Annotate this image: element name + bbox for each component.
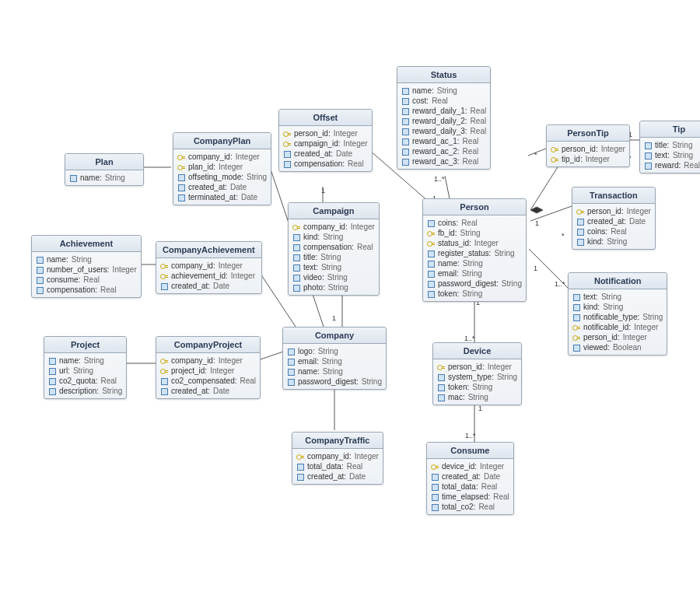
field-icon — [644, 152, 652, 159]
attribute-type: Date — [336, 149, 352, 158]
entity-companyplan-title: CompanyPlan — [173, 133, 271, 149]
key-icon — [292, 223, 300, 231]
attribute-name: company_id: — [171, 261, 215, 270]
attribute-name: mac: — [448, 393, 465, 401]
attribute-row: company_id:Integer — [160, 261, 257, 271]
entity-achievement[interactable]: Achievement name:Stringnumber_of_users:I… — [31, 235, 142, 298]
entity-companytraffic[interactable]: CompanyTraffic company_id:Integertotal_d… — [292, 432, 383, 485]
attribute-type: Real — [471, 117, 487, 125]
entity-person-title: Person — [423, 199, 526, 215]
attribute-name: project_id: — [171, 366, 207, 375]
attribute-row: person_id:Integer — [437, 362, 517, 372]
entity-notification[interactable]: Notification text:Stringkind:Stringnotif… — [568, 272, 667, 356]
attribute-type: String — [102, 387, 122, 395]
entity-offset[interactable]: Offset person_id:Integercampaign_id:Inte… — [278, 109, 373, 172]
attribute-name: created_at: — [587, 217, 626, 226]
attribute-name: plan_id: — [188, 163, 215, 171]
attribute-type: String — [73, 366, 93, 375]
entity-notification-body: text:Stringkind:Stringnotificable_type:S… — [569, 289, 667, 355]
entity-campaign-body: company_id:Integerkind:Stringcompensatio… — [289, 219, 379, 295]
attribute-type: Real — [481, 482, 498, 491]
attribute-row: time_elapsed:Real — [431, 492, 509, 502]
card-device-consume-star: 1..* — [465, 432, 476, 440]
entity-companyplan[interactable]: CompanyPlan company_id:Integerplan_id:In… — [173, 132, 271, 205]
field-icon — [427, 250, 435, 257]
entity-campaign[interactable]: Campaign company_id:Integerkind:Stringco… — [288, 202, 380, 296]
attribute-row: reward_ac_3:Real — [401, 156, 486, 166]
entity-project-title: Project — [44, 337, 126, 353]
attribute-row: text:String — [644, 150, 700, 160]
entity-tip[interactable]: Tip title:Stringtext:Stringreward:Real — [639, 121, 700, 173]
attribute-row: co2_compensated:Real — [160, 376, 256, 386]
card-person-transaction-star: * — [562, 232, 565, 240]
entity-device[interactable]: Device person_id:Integersystem_type:Stri… — [432, 342, 522, 405]
attribute-row: compensation:Real — [36, 285, 137, 295]
attribute-type: String — [463, 259, 483, 268]
key-icon — [160, 262, 168, 270]
attribute-row: viewed:Boolean — [572, 342, 663, 352]
attribute-type: Integer — [219, 356, 243, 365]
attribute-type: Integer — [355, 452, 379, 461]
attribute-type: String — [320, 253, 341, 261]
field-icon — [287, 368, 295, 376]
entity-project[interactable]: Project name:Stringurl:Stringco2_quota:R… — [44, 336, 127, 399]
entity-tip-body: title:Stringtext:Stringreward:Real — [640, 138, 700, 173]
attribute-name: register_status: — [438, 249, 491, 257]
attribute-type: Integer — [586, 155, 610, 163]
entity-status[interactable]: Status name:Stringcost:Realreward_daily_… — [397, 66, 491, 170]
attribute-type: Real — [357, 243, 373, 251]
field-icon — [576, 218, 584, 226]
entity-persontip[interactable]: PersonTip person_id:Integertip_id:Intege… — [546, 124, 630, 167]
entity-companyproject-title: CompanyProject — [156, 337, 260, 353]
attribute-row: project_id:Integer — [160, 366, 256, 376]
entity-consume[interactable]: Consume device_id:Integercreated_at:Date… — [426, 442, 514, 515]
attribute-name: person_id: — [294, 129, 331, 138]
attribute-row: coins:Real — [576, 226, 651, 236]
attribute-name: company_id: — [188, 152, 233, 161]
entity-companyproject[interactable]: CompanyProject company_id:Integerproject… — [156, 336, 261, 399]
attribute-name: consume: — [47, 275, 80, 284]
field-icon — [427, 290, 435, 298]
entity-persontip-body: person_id:Integertip_id:Integer — [547, 142, 629, 166]
svg-line-17 — [530, 163, 560, 210]
field-icon — [177, 173, 185, 181]
card-persontip-person-star: * — [534, 151, 537, 159]
field-icon — [431, 483, 439, 491]
attribute-type: Real — [471, 107, 487, 115]
attribute-row: consume:Real — [36, 275, 137, 285]
field-icon — [572, 314, 580, 321]
attribute-row: reward:Real — [644, 160, 700, 170]
attribute-name: co2_compensated: — [171, 377, 237, 385]
attribute-name: email: — [298, 357, 319, 366]
attribute-type: Integer — [623, 333, 647, 342]
entity-tip-title: Tip — [640, 121, 700, 138]
attribute-row: compensation:Real — [292, 242, 375, 252]
attribute-type: Date — [349, 472, 366, 481]
attribute-row: created_at:Date — [283, 149, 368, 159]
entity-person[interactable]: Person coins:Realfb_id:Stringstatus_id:I… — [422, 198, 527, 302]
field-icon — [401, 158, 409, 166]
attribute-type: Integer — [601, 145, 625, 153]
attribute-name: co2_quota: — [59, 377, 98, 385]
attribute-type: Date — [230, 183, 247, 191]
entity-plan[interactable]: Plan name:String — [65, 153, 144, 186]
key-icon — [160, 367, 168, 375]
attribute-name: title: — [303, 253, 317, 261]
entity-companyachievement[interactable]: CompanyAchievement company_id:Integerach… — [156, 241, 262, 294]
attribute-row: name:String — [36, 254, 137, 264]
attribute-type: String — [603, 303, 623, 311]
attribute-type: Integer — [219, 261, 243, 270]
field-icon — [48, 387, 56, 395]
attribute-name: person_id: — [448, 363, 485, 371]
card-offset-campaign-top: 1 — [321, 187, 325, 194]
entity-plan-title: Plan — [65, 154, 143, 170]
attribute-name: token: — [448, 383, 469, 391]
entity-company-body: logo:Stringemail:Stringname:Stringpasswo… — [283, 344, 386, 389]
entity-achievement-body: name:Stringnumber_of_users:Integerconsum… — [32, 252, 141, 297]
attribute-type: String — [322, 357, 342, 366]
entity-transaction[interactable]: Transaction person_id:Integercreated_at:… — [572, 187, 656, 250]
attribute-name: coins: — [438, 219, 458, 227]
entity-company[interactable]: Company logo:Stringemail:Stringname:Stri… — [282, 327, 387, 390]
field-icon — [427, 219, 435, 227]
field-icon — [292, 233, 300, 241]
